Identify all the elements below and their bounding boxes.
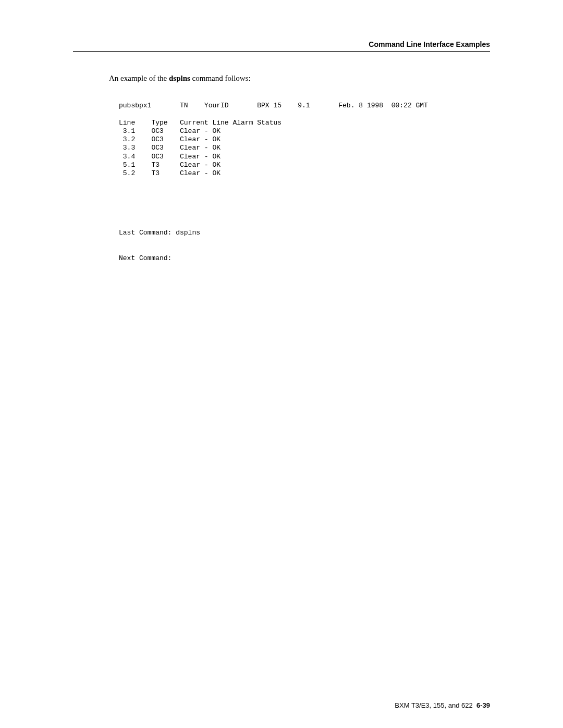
terminal-row: 3.2 OC3 Clear - OK [119, 135, 221, 143]
terminal-row: 5.2 T3 Clear - OK [119, 169, 221, 177]
page-footer: BXM T3/E3, 155, and 622 6-39 [395, 701, 490, 709]
terminal-last-command: Last Command: dsplns [119, 229, 200, 237]
terminal-row: 5.1 T3 Clear - OK [119, 161, 221, 169]
intro-command: dsplns [169, 74, 190, 82]
terminal-row: 3.3 OC3 Clear - OK [119, 144, 221, 152]
header-title: Command Line Interface Examples [369, 40, 490, 48]
terminal-output: pubsbpx1 TN YourID BPX 15 9.1 Feb. 8 199… [119, 102, 428, 263]
terminal-header-row: Line Type Current Line Alarm Status [119, 119, 282, 127]
terminal-row: 3.4 OC3 Clear - OK [119, 153, 221, 161]
footer-chapter: BXM T3/E3, 155, and 622 [395, 701, 472, 709]
terminal-status-line: pubsbpx1 TN YourID BPX 15 9.1 Feb. 8 199… [119, 102, 428, 109]
terminal-row: 3.1 OC3 Clear - OK [119, 127, 221, 135]
page-header: Command Line Interface Examples [73, 40, 490, 52]
footer-page: 6-39 [476, 701, 490, 709]
intro-paragraph: An example of the dsplns command follows… [109, 74, 251, 83]
intro-prefix: An example of the [109, 74, 169, 82]
terminal-next-command: Next Command: [119, 254, 172, 262]
intro-suffix: command follows: [190, 74, 251, 82]
